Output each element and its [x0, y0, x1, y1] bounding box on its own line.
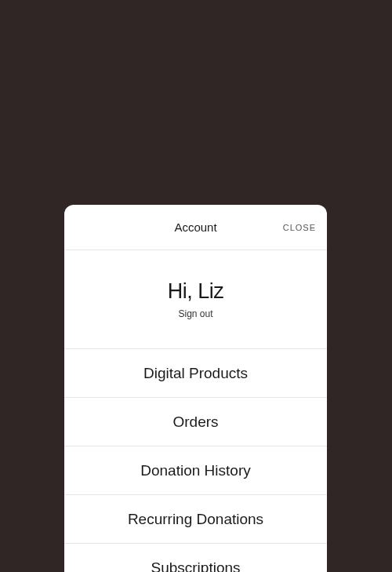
menu-item-recurring-donations[interactable]: Recurring Donations: [64, 495, 327, 544]
close-button[interactable]: CLOSE: [283, 223, 316, 232]
account-panel: Account CLOSE Hi, Liz Sign out Digital P…: [64, 205, 327, 572]
greeting-block: Hi, Liz Sign out: [64, 250, 327, 349]
panel-header: Account CLOSE: [64, 205, 327, 250]
menu-item-orders[interactable]: Orders: [64, 398, 327, 446]
menu-item-subscriptions[interactable]: Subscriptions: [64, 544, 327, 572]
greeting-text: Hi, Liz: [168, 279, 224, 304]
panel-title: Account: [174, 220, 216, 234]
menu-item-label: Recurring Donations: [128, 511, 263, 528]
menu-item-label: Subscriptions: [151, 559, 240, 572]
sign-out-button[interactable]: Sign out: [178, 308, 212, 319]
menu-item-donation-history[interactable]: Donation History: [64, 446, 327, 495]
menu-item-label: Donation History: [140, 462, 250, 479]
menu-item-digital-products[interactable]: Digital Products: [64, 349, 327, 398]
menu-item-label: Digital Products: [143, 365, 248, 382]
menu-item-label: Orders: [172, 414, 218, 431]
